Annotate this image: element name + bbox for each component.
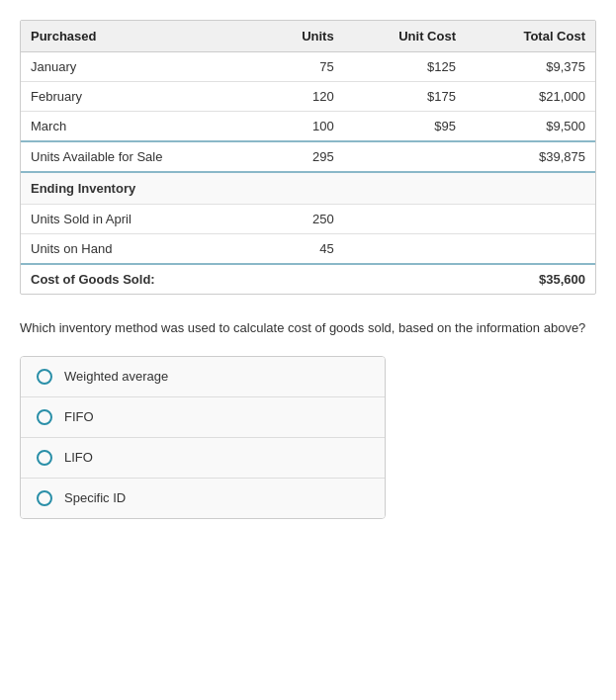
units-on-hand-row: Units on Hand 45 [21, 234, 595, 265]
radio-fifo[interactable] [37, 409, 52, 425]
units-on-hand-units: 45 [261, 234, 343, 265]
option-fifo[interactable]: FIFO [21, 397, 385, 438]
units-available-total: $39,875 [466, 141, 595, 172]
ending-inventory-header-row: Ending Inventory [21, 172, 595, 205]
table-row: January 75 $125 $9,375 [21, 52, 595, 82]
option-label-lifo: LIFO [64, 450, 93, 465]
option-label-specific-id: Specific ID [64, 490, 126, 505]
row-label: January [21, 52, 261, 82]
table-header-row: Purchased Units Unit Cost Total Cost [21, 21, 595, 52]
table-row: February 120 $175 $21,000 [21, 82, 595, 112]
row-label: February [21, 82, 261, 112]
units-on-hand-label: Units on Hand [21, 234, 261, 265]
radio-specific-id[interactable] [37, 490, 52, 506]
cost-of-goods-row: Cost of Goods Sold: $35,600 [21, 264, 595, 294]
cost-goods-total: $35,600 [466, 264, 595, 294]
units-sold-row: Units Sold in April 250 [21, 205, 595, 234]
units-sold-label: Units Sold in April [21, 205, 261, 234]
inventory-table-container: Purchased Units Unit Cost Total Cost Jan… [20, 20, 596, 295]
units-available-row: Units Available for Sale 295 $39,875 [21, 141, 595, 172]
row-unit-cost: $125 [344, 52, 466, 82]
option-label-fifo: FIFO [64, 409, 94, 424]
ending-inventory-label: Ending Inventory [21, 172, 595, 205]
units-sold-units: 250 [261, 205, 343, 234]
question-text: Which inventory method was used to calcu… [20, 318, 596, 338]
cost-goods-label: Cost of Goods Sold: [21, 264, 344, 294]
row-unit-cost: $95 [344, 112, 466, 142]
row-label: March [21, 112, 261, 142]
table-row: March 100 $95 $9,500 [21, 112, 595, 142]
units-available-unit-cost [344, 141, 466, 172]
units-available-units: 295 [261, 141, 343, 172]
units-available-label: Units Available for Sale [21, 141, 261, 172]
units-on-hand-total [466, 234, 595, 265]
row-units: 75 [261, 52, 343, 82]
option-label-weighted-average: Weighted average [64, 369, 168, 384]
units-sold-total [466, 205, 595, 234]
row-units: 120 [261, 82, 343, 112]
inventory-table: Purchased Units Unit Cost Total Cost Jan… [21, 21, 595, 294]
col-header-units: Units [261, 21, 343, 52]
answer-options: Weighted average FIFO LIFO Specific ID [20, 356, 386, 519]
option-lifo[interactable]: LIFO [21, 438, 385, 479]
row-total-cost: $9,375 [466, 52, 595, 82]
row-unit-cost: $175 [344, 82, 466, 112]
col-header-total-cost: Total Cost [466, 21, 595, 52]
row-total-cost: $21,000 [466, 82, 595, 112]
units-sold-unit-cost [344, 205, 466, 234]
cost-goods-unit-cost [344, 264, 466, 294]
units-on-hand-unit-cost [344, 234, 466, 265]
col-header-unit-cost: Unit Cost [344, 21, 466, 52]
option-specific-id[interactable]: Specific ID [21, 479, 385, 518]
radio-lifo[interactable] [37, 450, 52, 466]
radio-weighted-average[interactable] [37, 369, 52, 385]
col-header-purchased: Purchased [21, 21, 261, 52]
row-total-cost: $9,500 [466, 112, 595, 142]
option-weighted-average[interactable]: Weighted average [21, 357, 385, 397]
row-units: 100 [261, 112, 343, 142]
